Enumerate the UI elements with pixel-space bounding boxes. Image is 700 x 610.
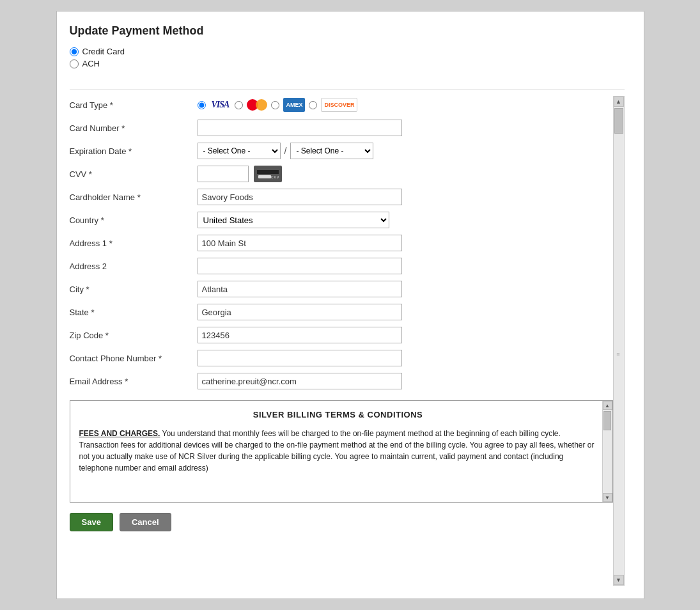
expiration-date-row: Expiration Date * - Select One - 0102030… [70, 142, 613, 160]
terms-content: SILVER BILLING TERMS & CONDITIONS FEES A… [70, 401, 612, 481]
svg-rect-1 [257, 170, 279, 174]
terms-scrollbar: ▲ ▼ [602, 401, 612, 502]
card-number-row: Card Number * [70, 119, 613, 137]
card-type-label: Card Type * [70, 100, 198, 110]
email-input[interactable] [198, 373, 402, 389]
cardholder-name-control [198, 189, 402, 205]
form-section: Card Type * VISA AMEX DISCOVER [70, 96, 613, 390]
card-number-control [198, 120, 402, 136]
country-select[interactable]: United States Canada United Kingdom Aust… [198, 212, 389, 228]
ach-radio[interactable] [70, 59, 79, 68]
expiration-year-select[interactable]: - Select One - 2024202520262027 20282029… [290, 143, 373, 159]
email-row: Email Address * [70, 372, 613, 390]
cardholder-name-label: Cardholder Name * [70, 192, 198, 202]
discover-logo: DISCOVER [321, 98, 357, 112]
phone-input[interactable] [198, 350, 402, 366]
cvv-icon-svg: CVV [257, 168, 279, 180]
visa-logo: VISA [210, 98, 231, 112]
city-control [198, 281, 402, 297]
cancel-button[interactable]: Cancel [120, 513, 171, 531]
zip-row: Zip Code * [70, 326, 613, 344]
phone-control [198, 350, 402, 366]
phone-row: Contact Phone Number * [70, 349, 613, 367]
card-type-row: Card Type * VISA AMEX DISCOVER [70, 96, 613, 114]
address2-label: Address 2 [70, 262, 198, 271]
terms-scroll-down-arrow[interactable]: ▼ [603, 493, 612, 502]
expiration-selects: - Select One - 01020304 05060708 0910111… [198, 143, 374, 159]
cvv-row: CVV * CVV [70, 165, 613, 183]
exp-separator: / [284, 146, 287, 156]
payment-method-section: Credit Card ACH [70, 47, 625, 71]
address1-row: Address 1 * [70, 234, 613, 252]
address1-label: Address 1 * [70, 239, 198, 248]
address2-input[interactable] [198, 258, 402, 274]
scroll-thumb[interactable] [614, 108, 623, 134]
button-row: Save Cancel [70, 513, 613, 531]
terms-box: SILVER BILLING TERMS & CONDITIONS FEES A… [70, 400, 613, 503]
cvv-control: CVV [198, 166, 282, 182]
cvv-icon: CVV [254, 166, 282, 182]
city-input[interactable] [198, 281, 402, 297]
fees-label: FEES AND CHARGES. [79, 429, 160, 438]
scroll-down-arrow[interactable]: ▼ [614, 575, 624, 585]
svg-rect-2 [258, 175, 271, 178]
terms-scroll-up-arrow[interactable]: ▲ [603, 401, 612, 410]
cardholder-name-input[interactable] [198, 189, 402, 205]
terms-body: FEES AND CHARGES. You understand that mo… [79, 428, 597, 474]
ach-label: ACH [82, 59, 100, 68]
country-label: Country * [70, 215, 198, 225]
state-label: State * [70, 308, 198, 317]
state-row: State * [70, 303, 613, 321]
terms-title: SILVER BILLING TERMS & CONDITIONS [79, 409, 597, 421]
save-button[interactable]: Save [70, 513, 113, 531]
address2-row: Address 2 [70, 257, 613, 275]
scroll-track: ≡ [614, 134, 624, 575]
credit-card-radio-row: Credit Card [70, 47, 625, 56]
ach-radio-row: ACH [70, 59, 625, 68]
card-number-label: Card Number * [70, 123, 198, 133]
divider [70, 89, 625, 90]
state-control [198, 304, 402, 320]
credit-card-label: Credit Card [82, 47, 125, 56]
svg-text:CVV: CVV [271, 175, 279, 179]
city-row: City * [70, 280, 613, 298]
mastercard-logo [247, 98, 267, 111]
terms-scroll-track [603, 432, 612, 493]
main-scrollbar: ▲ ≡ ▼ [613, 96, 625, 586]
country-select-wrap: United States Canada United Kingdom Aust… [198, 212, 389, 228]
scroll-up-arrow[interactable]: ▲ [614, 97, 624, 107]
zip-label: Zip Code * [70, 331, 198, 340]
dialog-title: Update Payment Method [70, 24, 625, 38]
card-type-options: VISA AMEX DISCOVER [198, 98, 358, 112]
zip-input[interactable] [198, 327, 402, 343]
address1-input[interactable] [198, 235, 402, 251]
update-payment-dialog: Update Payment Method Credit Card ACH Ca… [56, 11, 644, 599]
amex-radio[interactable] [271, 101, 279, 109]
country-row: Country * United States Canada United Ki… [70, 211, 613, 229]
email-control [198, 373, 402, 389]
terms-scroll-thumb[interactable] [603, 411, 611, 430]
address1-control [198, 235, 402, 251]
zip-control [198, 327, 402, 343]
city-label: City * [70, 285, 198, 294]
expiration-month-select[interactable]: - Select One - 01020304 05060708 0910111… [198, 143, 281, 159]
credit-card-radio[interactable] [70, 47, 79, 56]
cardholder-name-row: Cardholder Name * [70, 188, 613, 206]
cvv-label: CVV * [70, 169, 198, 179]
cvv-input[interactable] [198, 166, 249, 182]
state-input[interactable] [198, 304, 402, 320]
email-label: Email Address * [70, 377, 198, 386]
mastercard-radio[interactable] [235, 101, 243, 109]
address2-control [198, 258, 402, 274]
card-number-input[interactable] [198, 120, 402, 136]
scrollable-area: Card Type * VISA AMEX DISCOVER [70, 96, 625, 586]
phone-label: Contact Phone Number * [70, 354, 198, 363]
form-content: Card Type * VISA AMEX DISCOVER [70, 96, 613, 586]
expiration-date-label: Expiration Date * [70, 146, 198, 156]
amex-logo: AMEX [283, 98, 305, 112]
visa-radio[interactable] [198, 101, 206, 109]
discover-radio[interactable] [309, 101, 317, 109]
